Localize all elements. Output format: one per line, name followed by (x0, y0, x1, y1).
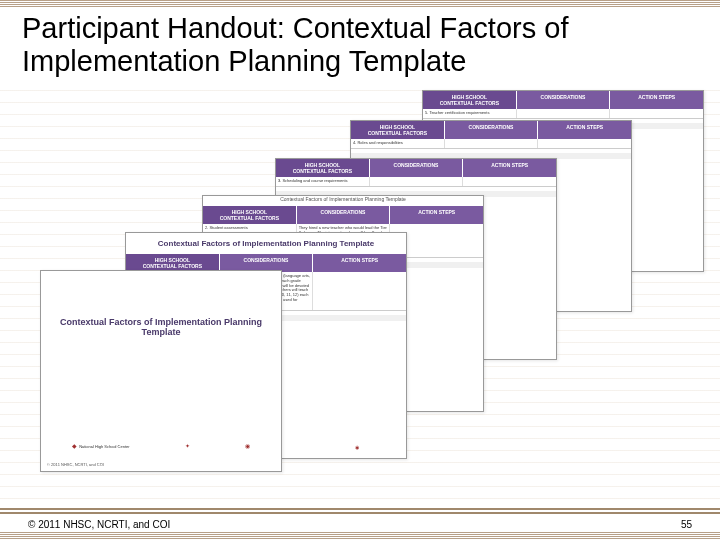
table-header-row: HIGH SCHOOLCONTEXTUAL FACTORS CONSIDERAT… (276, 159, 556, 177)
logo-icon: ◉ (355, 444, 359, 450)
decorative-bottom-stripes-upper (0, 508, 720, 516)
page-subtitle: Contextual Factors of Implementation Pla… (203, 196, 483, 206)
cover-title: Contextual Factors of Implementation Pla… (41, 311, 281, 343)
slide-copyright: © 2011 NHSC, NCRTI, and COI (28, 519, 170, 530)
page-doc-title: Contextual Factors of Implementation Pla… (126, 233, 406, 254)
table-row: 3. Scheduling and course requirements (276, 177, 556, 187)
cover-logos-row: ◆ National High School Center ✦ ◉ (41, 438, 281, 453)
table-header-row: HIGH SCHOOLCONTEXTUAL FACTORS CONSIDERAT… (423, 91, 703, 109)
cover-footer: © 2011 NHSC, NCRTI, and COI (47, 462, 104, 467)
decorative-bottom-stripes-lower (0, 532, 720, 540)
logo-icon: ✦ (185, 442, 190, 449)
template-preview-stack: HIGH SCHOOLCONTEXTUAL FACTORS CONSIDERAT… (20, 90, 700, 500)
template-cover-page: Contextual Factors of Implementation Pla… (40, 270, 282, 472)
decorative-top-stripes (0, 0, 720, 8)
logo-icon: ◉ (245, 442, 250, 449)
slide-title: Participant Handout: Contextual Factors … (22, 12, 700, 79)
logo-icon: ◆ National High School Center (72, 442, 129, 449)
table-row: 5. Teacher certification requirements (423, 109, 703, 119)
table-row: 4. Roles and responsibilities (351, 139, 631, 149)
slide-page-number: 55 (681, 519, 692, 530)
table-header-row: HIGH SCHOOLCONTEXTUAL FACTORS CONSIDERAT… (351, 121, 631, 139)
table-header-row: HIGH SCHOOLCONTEXTUAL FACTORS CONSIDERAT… (203, 206, 483, 224)
